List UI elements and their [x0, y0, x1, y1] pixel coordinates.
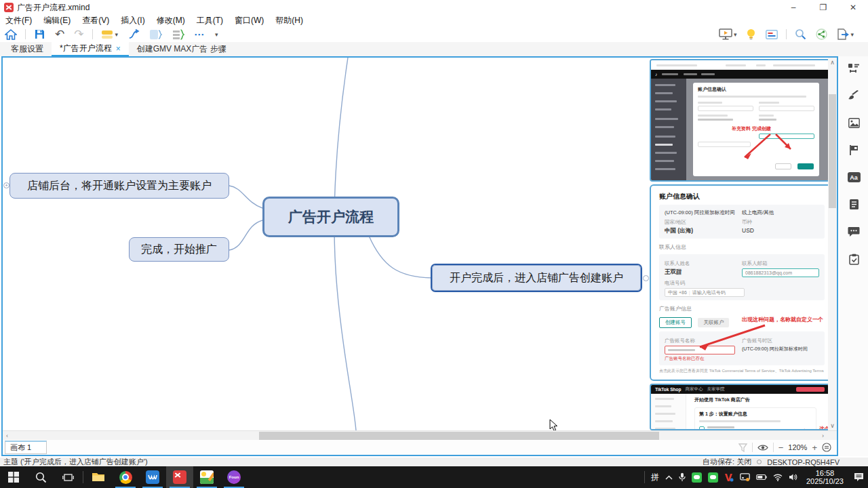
menu-tools[interactable]: 工具(T): [197, 15, 223, 26]
save-button[interactable]: [29, 27, 50, 42]
wifi-tray-icon[interactable]: [773, 474, 783, 481]
menu-view[interactable]: 查看(V): [82, 15, 109, 26]
chrome-button[interactable]: [112, 466, 139, 488]
notification-center-icon[interactable]: [854, 472, 864, 482]
microphone-icon[interactable]: [679, 472, 686, 482]
toolbar-overflow-caret[interactable]: ▾: [209, 27, 223, 42]
zen-mode-button[interactable]: [741, 27, 761, 42]
topic-shop-backend[interactable]: 店铺后台，将开通账户设置为主要账户: [9, 173, 229, 199]
menu-modify[interactable]: 修改(M): [157, 15, 185, 26]
summary-button[interactable]: [144, 27, 167, 42]
scroll-left-arrow[interactable]: ‹: [3, 431, 12, 441]
label-aa-icon[interactable]: Aa: [848, 172, 861, 182]
relationship-button[interactable]: [123, 27, 144, 42]
blue-swirl-app-button[interactable]: [139, 466, 166, 488]
screencast-tray-icon[interactable]: [740, 473, 750, 481]
insert-topic-button[interactable]: ▾: [96, 27, 123, 42]
boundary-button[interactable]: [167, 27, 189, 42]
xmind-app-icon: [4, 3, 14, 12]
format-brush-icon[interactable]: [848, 90, 860, 102]
red-v-app-icon[interactable]: [724, 473, 734, 482]
restore-button[interactable]: ❐: [808, 0, 838, 15]
task-view-button[interactable]: [54, 466, 81, 488]
vertical-scroll-thumb[interactable]: [829, 94, 836, 208]
presentation-button[interactable]: ▾: [714, 27, 742, 42]
topic-after-open-selected[interactable]: 开户完成后，进入店铺广告创建账户: [432, 265, 641, 291]
zoom-out-button[interactable]: −: [778, 443, 784, 453]
create-account-tab[interactable]: 创建账号: [659, 317, 692, 328]
menu-insert[interactable]: 插入(I): [121, 15, 144, 26]
ime-indicator[interactable]: 拼: [651, 472, 659, 483]
contact-name-label: 联系人姓名: [665, 260, 742, 267]
scroll-up-arrow[interactable]: ∧: [828, 58, 837, 67]
tab-guanggao-kaihu[interactable]: *广告开户流程 ×: [52, 42, 129, 56]
close-button[interactable]: ✕: [838, 0, 868, 15]
collapse-handle-right[interactable]: [643, 275, 649, 281]
outline-structure-icon[interactable]: [848, 63, 860, 74]
taskbar-search-button[interactable]: [27, 466, 54, 488]
attachment-screenshot-account-confirm-1[interactable]: ♪: [650, 59, 830, 182]
tiktok-shop-header: TikTok Shop 商家中心 卖家学院: [651, 385, 829, 394]
battery-tray-icon[interactable]: [756, 474, 767, 481]
undo-button[interactable]: ↶: [50, 27, 69, 42]
topic-finish-promote[interactable]: 完成，开始推广: [129, 237, 229, 262]
tab-gmv-max[interactable]: 创建GMV MAX广告 步骤: [129, 42, 235, 56]
country-label: 国家/地区: [665, 219, 742, 226]
nav-merchant-center: 商家中心: [685, 386, 703, 392]
speaker-tray-icon[interactable]: [789, 473, 797, 481]
menu-help[interactable]: 帮助(H): [275, 15, 303, 26]
central-topic[interactable]: 广告开户流程: [262, 197, 399, 237]
wecom-tray-icon[interactable]: [708, 472, 718, 483]
tab-kefushezhi[interactable]: 客服设置: [3, 42, 52, 56]
menu-window[interactable]: 窗口(W): [235, 15, 264, 26]
canvas-vertical-scrollbar[interactable]: ∧ ∨: [828, 58, 837, 430]
filter-icon[interactable]: [738, 443, 747, 452]
export-button[interactable]: ▾: [832, 27, 859, 42]
scroll-right-arrow[interactable]: ›: [818, 431, 827, 441]
mindmap-canvas[interactable]: 店铺后台，将开通账户设置为主要账户 完成，开始推广 广告开户流程 开户完成后，进…: [3, 58, 837, 430]
start-button[interactable]: [0, 466, 27, 488]
right-panel-bar: Aa: [840, 56, 868, 456]
tab-close-icon[interactable]: ×: [116, 44, 121, 54]
share-button[interactable]: [811, 27, 832, 42]
wechat-tray-icon[interactable]: [692, 472, 702, 483]
image-viewer-button[interactable]: [193, 466, 220, 488]
contact-email-input[interactable]: 0861882313@qq.com: [742, 268, 819, 277]
topic-label: 店铺后台，将开通账户设置为主要账户: [27, 179, 212, 193]
home-button[interactable]: [0, 27, 22, 42]
comment-icon[interactable]: [848, 226, 860, 237]
foun-app-button[interactable]: Foun: [220, 466, 248, 488]
tray-chevron-up-icon[interactable]: [665, 475, 673, 480]
modal-title: 账户信息确认: [698, 86, 814, 93]
canvas-horizontal-scrollbar[interactable]: ‹ ›: [3, 430, 837, 440]
horizontal-scroll-thumb[interactable]: [259, 432, 659, 440]
collapse-handle-left[interactable]: +: [3, 182, 9, 188]
minimize-button[interactable]: –: [778, 0, 808, 15]
attachment-screenshot-account-confirm-2[interactable]: 账户信息确认 (UTC-09:00) 阿拉斯加标准时间 线上电商/其他 国家/地…: [650, 184, 834, 381]
menu-edit[interactable]: 编辑(E): [43, 15, 71, 26]
fit-window-icon[interactable]: [822, 443, 831, 452]
sheet-tab-canvas1[interactable]: 画布 1: [5, 441, 47, 454]
redo-button[interactable]: ↷: [69, 27, 88, 42]
menu-file[interactable]: 文件(F): [5, 15, 32, 26]
xmind-taskbar-button[interactable]: [166, 466, 193, 488]
toolbar-divider: [92, 29, 93, 39]
pitch-mode-eye-icon[interactable]: [757, 444, 768, 451]
search-button[interactable]: [790, 27, 811, 42]
modal-cancel-button: [775, 163, 791, 169]
autosave-status[interactable]: 自动保存: 关闭: [703, 457, 751, 467]
zoom-in-button[interactable]: +: [812, 443, 817, 453]
attachment-screenshot-shop-ads[interactable]: TikTok Shop 商家中心 卖家学院 开始使用 TikTok 商店广告 第…: [650, 384, 830, 430]
contact-section-label: 联系人信息: [659, 243, 825, 251]
file-explorer-button[interactable]: [85, 466, 112, 488]
image-icon[interactable]: [848, 118, 860, 128]
marker-flag-icon[interactable]: [849, 144, 859, 156]
overview-button[interactable]: [761, 27, 783, 42]
task-clipboard-icon[interactable]: [849, 253, 859, 265]
more-tools-button[interactable]: ⋯: [189, 27, 209, 42]
scroll-down-arrow[interactable]: ∨: [828, 421, 837, 430]
phone-input[interactable]: 中国 +86 | 请输入电话号码: [665, 288, 745, 297]
toolbar: ↶ ↷ ▾ ⋯ ▾ ▾ ▾: [0, 26, 868, 42]
notes-icon[interactable]: [849, 199, 859, 210]
tray-clock[interactable]: 16:58 2025/10/23: [806, 469, 844, 485]
